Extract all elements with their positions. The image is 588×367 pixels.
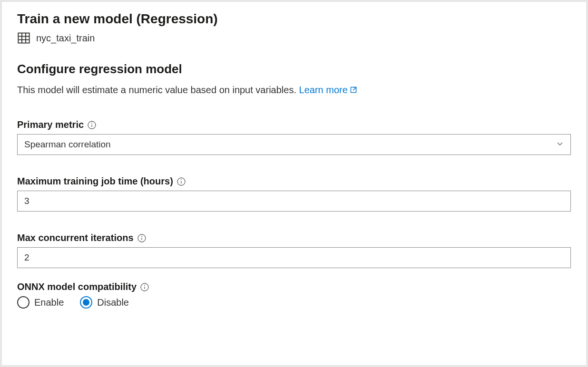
section-description-text: This model will estimate a numeric value… <box>17 85 299 95</box>
onnx-disable-label: Disable <box>97 297 129 308</box>
dataset-row: nyc_taxi_train <box>17 31 571 45</box>
chevron-down-icon <box>556 139 564 150</box>
radio-icon <box>80 296 92 309</box>
svg-rect-0 <box>18 33 29 43</box>
svg-point-18 <box>144 285 145 286</box>
info-icon[interactable] <box>88 121 96 129</box>
svg-point-12 <box>181 179 182 180</box>
info-icon[interactable] <box>177 177 186 186</box>
section-title: Configure regression model <box>17 62 571 77</box>
primary-metric-value: Spearman correlation <box>24 139 111 150</box>
onnx-enable-radio[interactable]: Enable <box>17 296 64 309</box>
section-description: This model will estimate a numeric value… <box>17 83 571 97</box>
info-icon[interactable] <box>137 234 146 242</box>
svg-point-9 <box>91 123 92 124</box>
primary-metric-label: Primary metric <box>17 119 84 130</box>
max-concurrent-label: Max concurrent iterations <box>17 232 134 243</box>
radio-icon <box>17 296 29 309</box>
external-link-icon <box>348 85 357 95</box>
dataset-name: nyc_taxi_train <box>36 33 95 44</box>
onnx-radio-group: Enable Disable <box>17 296 571 309</box>
onnx-enable-label: Enable <box>34 297 64 308</box>
max-concurrent-input[interactable] <box>17 247 571 268</box>
max-training-time-label: Maximum training job time (hours) <box>17 176 173 187</box>
onnx-disable-radio[interactable]: Disable <box>80 296 129 309</box>
onnx-label: ONNX model compatibility <box>17 281 137 292</box>
page-title: Train a new model (Regression) <box>17 11 571 27</box>
svg-point-15 <box>141 236 142 237</box>
table-icon <box>17 31 30 45</box>
config-panel: Train a new model (Regression) nyc_taxi_… <box>2 2 586 365</box>
max-training-time-input[interactable] <box>17 191 571 212</box>
svg-line-6 <box>353 87 356 90</box>
info-icon[interactable] <box>140 283 149 291</box>
learn-more-link[interactable]: Learn more <box>299 85 357 95</box>
primary-metric-dropdown[interactable]: Spearman correlation <box>17 134 571 155</box>
learn-more-label: Learn more <box>299 85 348 95</box>
